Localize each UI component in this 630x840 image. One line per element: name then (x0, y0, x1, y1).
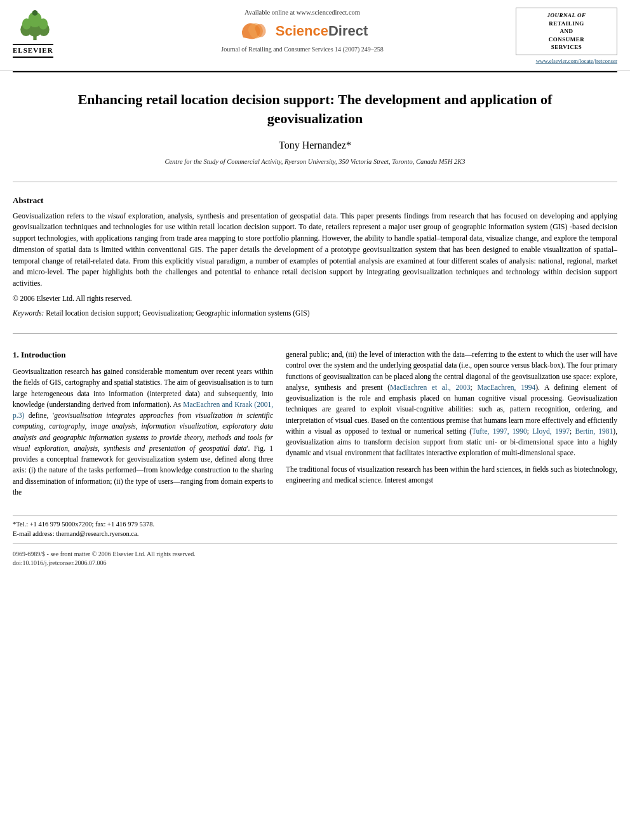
journal-box-title-line5: Services (521, 43, 612, 51)
svg-point-7 (32, 10, 38, 16)
article-title: Enhancing retail location decision suppo… (38, 90, 592, 128)
page-footer: 0969-6989/$ - see front matter © 2006 El… (0, 547, 630, 573)
journal-box-title-line2: Retailing (521, 20, 612, 28)
abstract-body-divider (13, 333, 617, 334)
svg-point-6 (39, 18, 48, 30)
journal-citation: Journal of Retailing and Consumer Servic… (95, 45, 509, 55)
sciencedirect-brand-text: ScienceDirect (276, 21, 368, 41)
footnote-area: *Tel.: +1 416 979 5000x7200; fax: +1 416… (13, 516, 617, 538)
intro-heading: 1. Introduction (13, 349, 273, 361)
right-column: general public; and, (iii) the level of … (286, 349, 617, 503)
elsevier-logo-area: ELSEVIER (13, 8, 89, 58)
author-name: Tony Hernandez* (38, 138, 592, 152)
footnote-tel: *Tel.: +1 416 979 5000x7200; fax: +1 416… (13, 519, 617, 529)
abstract-section: Abstract Geovisualization refers to the … (0, 191, 630, 324)
sd-logo-icon (237, 20, 272, 42)
left-column: 1. Introduction Geovisualization researc… (13, 349, 273, 503)
intro-paragraph-1: Geovisualization research has gained con… (13, 366, 273, 498)
footnote-email: E-mail address: thernand@research.ryerso… (13, 529, 617, 538)
copyright-text: © 2006 Elsevier Ltd. All rights reserved… (13, 293, 617, 304)
available-online-text: Available online at www.sciencedirect.co… (95, 8, 509, 17)
sciencedirect-logo: ScienceDirect (95, 20, 509, 42)
elsevier-logo: ELSEVIER (13, 8, 89, 58)
lloyd-ref[interactable]: Lloyd, 1997 (532, 427, 570, 435)
page-wrapper: ELSEVIER Available online at www.science… (0, 0, 630, 573)
keywords-text: Keywords: Retail location decision suppo… (13, 308, 617, 319)
footer-doi: doi:10.1016/j.jretconser.2006.07.006 (13, 559, 617, 568)
title-section: Enhancing retail location decision suppo… (0, 72, 630, 173)
bertin-ref[interactable]: Bertin, 1981 (575, 427, 613, 435)
journal-box-title-line4: Consumer (521, 36, 612, 44)
journal-box-title-line3: and (521, 27, 612, 36)
journal-url-link[interactable]: www.elsevier.com/locate/jretconser (516, 57, 617, 65)
footer-issn: 0969-6989/$ - see front matter © 2006 El… (13, 550, 617, 559)
footnote-divider (13, 543, 617, 543)
svg-point-5 (22, 18, 31, 30)
keywords-label: Keywords: (13, 309, 44, 317)
author-affiliation: Centre for the Study of Commercial Activ… (38, 157, 592, 166)
maceachren-2003-ref[interactable]: MacEachren et al., 2003 (390, 383, 471, 391)
elsevier-wordmark: ELSEVIER (13, 44, 53, 58)
elsevier-tree-icon (13, 8, 57, 43)
maceachren-1994-ref[interactable]: MacEachren, 1994 (478, 383, 536, 391)
title-body-divider (13, 182, 617, 182)
journal-box-title-line1: Journal of (521, 11, 612, 20)
main-content-area: 1. Introduction Geovisualization researc… (0, 343, 630, 516)
right-para-1: general public; and, (iii) the level of … (286, 349, 617, 459)
abstract-heading: Abstract (13, 195, 617, 207)
journal-title-box: Journal of Retailing and Consumer Servic… (516, 8, 617, 55)
journal-box-area: Journal of Retailing and Consumer Servic… (516, 8, 617, 65)
quote-text: geovisualisation integrates approaches f… (13, 411, 273, 452)
right-para-2: The traditional focus of visualization r… (286, 464, 617, 486)
page-header: ELSEVIER Available online at www.science… (0, 0, 630, 71)
tufte-ref[interactable]: Tufte, 1997, 1990 (472, 427, 527, 435)
abstract-body-text: Geovisualization refers to the visual ex… (13, 211, 617, 290)
keywords-values: Retail location decision support; Geovis… (46, 309, 309, 317)
sciencedirect-header: Available online at www.sciencedirect.co… (89, 8, 516, 55)
